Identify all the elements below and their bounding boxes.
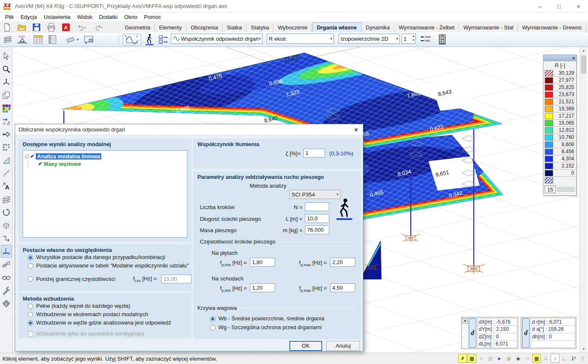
tab-siatka[interactable]: Siatka	[223, 23, 247, 32]
renumber-icon[interactable]	[1, 258, 12, 271]
settings-wrench-icon[interactable]	[1, 284, 12, 297]
radio-full-excitation[interactable]	[28, 304, 33, 309]
move-node-icon[interactable]	[1, 128, 12, 141]
snap-toggle-icon[interactable]: ✗	[458, 354, 467, 363]
stairs-fmax-input[interactable]: 4,50	[330, 283, 355, 292]
radio-label[interactable]: Postacie aktywowane w tabeli "Modalne ws…	[36, 263, 189, 269]
mode-number-spinner[interactable]: 1 ▲▼	[402, 34, 416, 44]
steps-input[interactable]	[305, 202, 329, 211]
tree-checkbox-checked[interactable]: ✔	[38, 161, 42, 167]
eraser-icon[interactable]: ▾	[64, 34, 81, 45]
tab-obciążenia[interactable]: Obciążenia	[186, 23, 223, 32]
influence-line-icon[interactable]: ∫	[1, 245, 12, 258]
cancel-button[interactable]: Anuluj	[326, 341, 360, 351]
slabs-fmin-input[interactable]: 1,80	[250, 258, 275, 267]
grid-cursor-toggle-icon[interactable]: ▦	[467, 354, 476, 363]
report-maker-icon[interactable]	[46, 34, 59, 45]
tab-dynamika[interactable]: Dynamika	[362, 23, 395, 32]
layers-icon[interactable]	[2, 34, 14, 45]
pdf-export-icon[interactable]: A	[61, 23, 71, 32]
close-button[interactable]: ×	[569, 0, 588, 13]
dialog-title-bar[interactable]: Obliczanie współczynnika odpowiedzi drga…	[15, 124, 363, 135]
text-box-icon[interactable]: A	[1, 180, 12, 193]
table-browser-icon[interactable]	[32, 34, 45, 45]
menu-item-okno[interactable]: Okno	[121, 13, 141, 21]
radio-all-modes[interactable]	[28, 255, 33, 260]
selection-cursor-icon[interactable]	[1, 50, 12, 63]
scrollbar-thumb[interactable]	[581, 55, 586, 74]
vertical-scrollbar[interactable]: ▲ ▼	[580, 47, 587, 353]
radio-activated-modes[interactable]	[28, 263, 33, 269]
radio-wb-curve[interactable]	[210, 316, 215, 322]
tab-wyboczenie[interactable]: Wyboczenie	[273, 23, 312, 32]
open-file-icon[interactable]	[17, 23, 27, 32]
new-file-icon[interactable]	[3, 23, 12, 32]
rendered-view-icon[interactable]: ►	[495, 354, 504, 363]
coord-axes-icon[interactable]: ∟	[560, 354, 569, 363]
envelope-combo[interactable]: R ekstr. ▾	[267, 34, 334, 44]
zoom-icon[interactable]	[1, 63, 12, 76]
display-options-icon[interactable]	[1, 271, 12, 284]
time-history-icon[interactable]: ut	[123, 34, 141, 45]
radio-label[interactable]: Wzbudzenie w ekstremach postaci modalnyc…	[36, 312, 148, 317]
perspective-icon[interactable]	[1, 219, 12, 232]
numbering-icon[interactable]: 1²	[569, 354, 578, 363]
redo-icon[interactable]	[92, 23, 104, 32]
path-input[interactable]: 10,0	[305, 214, 329, 223]
footfall-icon[interactable]	[143, 34, 155, 45]
save-icon[interactable]	[32, 23, 41, 32]
save-view-icon[interactable]: ▣	[504, 354, 513, 363]
minmax-icon[interactable]: maxmin	[421, 35, 431, 42]
coordinate-axes-icon[interactable]	[1, 76, 12, 89]
mass-input[interactable]: 76,000	[305, 225, 329, 234]
maximize-button[interactable]: □	[549, 0, 569, 13]
undo-view-icon[interactable]: ↪	[523, 354, 532, 363]
ok-button[interactable]: OK	[289, 341, 322, 351]
animation-icon[interactable]	[436, 34, 449, 45]
geometry-check-icon[interactable]	[1, 154, 12, 167]
wireframe-view-icon[interactable]: ▤	[486, 354, 495, 363]
radio-mode-extremes[interactable]	[28, 312, 33, 317]
zeta-input[interactable]: 1	[303, 149, 325, 157]
tab-drgania-własne[interactable]: Drgania własne	[312, 22, 361, 32]
display-mode-combo[interactable]: Izopowierzchnie 2D ▾	[339, 34, 400, 44]
tab-wymiarowanie-drewno[interactable]: Wymiarowanie - Drewno	[518, 23, 586, 32]
coords-close-icon[interactable]: ×	[462, 318, 468, 324]
radio-label[interactable]: Wzbudzenie w węźle gdzie analizowana jes…	[36, 320, 171, 326]
dimension-lines-icon[interactable]	[1, 167, 12, 180]
radio-label[interactable]: Wszystkie postacie dla danego przypadku/…	[36, 254, 165, 260]
menu-item-plik[interactable]: Plik	[2, 13, 17, 21]
storey-level-icon[interactable]: 20.00	[16, 34, 29, 45]
menu-item-widok[interactable]: Widok	[74, 13, 96, 21]
table-rows-icon[interactable]: ≡	[477, 354, 486, 363]
tree-item-child[interactable]: Masy węzłowe	[44, 161, 81, 167]
background-layers-icon[interactable]	[1, 193, 12, 206]
legend-scale-icon[interactable]	[557, 186, 575, 192]
info-icon[interactable]: i	[1, 297, 12, 310]
polyline-icon[interactable]	[1, 232, 12, 245]
tab-wymiarowanie-stal[interactable]: Wymiarowanie - Stal	[459, 23, 518, 32]
flim-input[interactable]: 15,00	[161, 275, 192, 283]
tab-geometria[interactable]: Geometria	[121, 23, 155, 32]
menu-item-edycja[interactable]: Edycja	[17, 13, 40, 21]
tree-item-root[interactable]: Analiza modalna liniowa	[36, 153, 101, 160]
radio-below-frequency[interactable]	[28, 276, 33, 282]
translate-icon[interactable]	[1, 115, 12, 128]
radio-response-node[interactable]	[28, 320, 33, 326]
method-combo[interactable]: SCI P354 ▾	[289, 190, 341, 199]
load-display-icon[interactable]: ⇊	[541, 354, 550, 363]
delta-toggle[interactable]: d	[469, 318, 476, 348]
legend-close-icon[interactable]: ×	[571, 56, 576, 60]
result-list-icon[interactable]	[157, 34, 170, 45]
local-axis-icon[interactable]: ↕	[551, 354, 559, 363]
stairs-fmin-input[interactable]: 1,20	[250, 283, 275, 292]
radio-label[interactable]: Wg - Szczególna ochrona przed drganiami	[218, 325, 322, 330]
color-coding-icon[interactable]	[1, 102, 12, 115]
print-icon[interactable]	[46, 23, 56, 32]
dialog-close-icon[interactable]: ×	[353, 126, 360, 133]
minimize-button[interactable]: –	[530, 0, 549, 13]
slabs-fmax-input[interactable]: 2,20	[330, 258, 355, 267]
array-points-icon[interactable]	[1, 141, 12, 154]
mesh-toggle-icon[interactable]: ▦	[532, 354, 541, 363]
undo-icon[interactable]	[76, 23, 87, 32]
